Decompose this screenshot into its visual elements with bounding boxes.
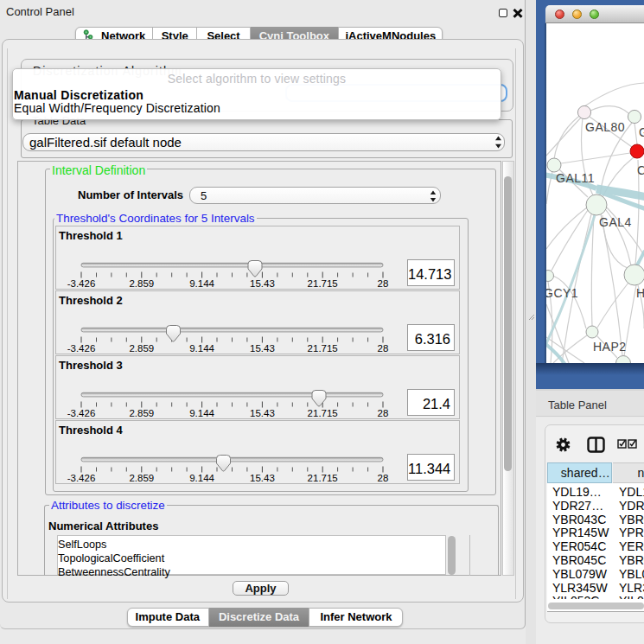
svg-text:21.715: 21.715 (308, 343, 338, 354)
svg-text:9.144: 9.144 (189, 408, 214, 418)
svg-text:-3.426: -3.426 (67, 473, 96, 483)
svg-text:9.144: 9.144 (189, 278, 214, 289)
svg-text:9.144: 9.144 (189, 473, 214, 483)
svg-text:15.43: 15.43 (250, 408, 275, 418)
svg-text:28: 28 (378, 343, 389, 354)
svg-text:15.43: 15.43 (250, 473, 275, 483)
svg-text:GAL11: GAL11 (556, 171, 595, 185)
svg-text:GA: GA (639, 125, 644, 139)
svg-text:28: 28 (378, 278, 389, 289)
svg-text:9.144: 9.144 (189, 343, 214, 354)
svg-text:-3.426: -3.426 (67, 278, 96, 289)
svg-text:2.859: 2.859 (129, 343, 154, 354)
svg-text:GAL4: GAL4 (599, 215, 632, 229)
svg-text:21.715: 21.715 (308, 278, 338, 289)
svg-text:28: 28 (378, 473, 389, 483)
svg-text:2.859: 2.859 (129, 473, 154, 483)
svg-text:15.43: 15.43 (250, 278, 275, 289)
svg-text:HAP2: HAP2 (593, 340, 627, 354)
svg-text:2.859: 2.859 (129, 278, 154, 289)
svg-text:15.43: 15.43 (250, 343, 275, 354)
svg-text:2.859: 2.859 (129, 408, 154, 418)
svg-text:21.715: 21.715 (308, 473, 338, 483)
svg-text:-3.426: -3.426 (67, 343, 96, 354)
svg-text:GAL80: GAL80 (585, 120, 625, 134)
svg-text:21.715: 21.715 (308, 408, 338, 418)
svg-text:GCY1: GCY1 (546, 286, 578, 300)
svg-text:C: C (637, 163, 644, 177)
svg-text:-3.426: -3.426 (67, 408, 96, 418)
svg-text:H: H (636, 286, 644, 300)
svg-text:28: 28 (378, 408, 389, 418)
